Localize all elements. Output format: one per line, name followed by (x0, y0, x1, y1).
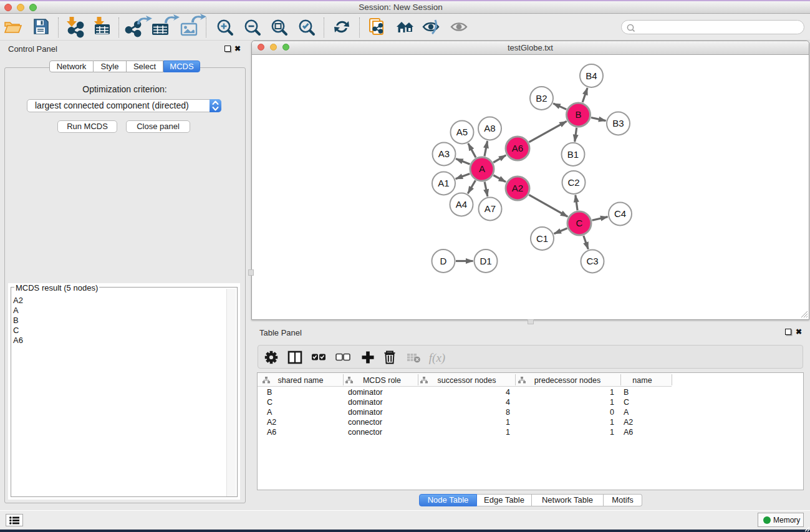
svg-text:C3: C3 (586, 256, 598, 266)
svg-text:B: B (575, 109, 581, 120)
svg-text:A8: A8 (484, 123, 495, 133)
svg-text:A3: A3 (438, 148, 450, 159)
svg-text:D: D (440, 256, 447, 266)
svg-text:B3: B3 (612, 118, 624, 128)
svg-text:C: C (576, 218, 583, 228)
svg-text:A5: A5 (456, 127, 468, 137)
svg-text:A7: A7 (485, 203, 496, 214)
svg-text:B2: B2 (536, 93, 547, 104)
svg-text:C2: C2 (567, 177, 579, 188)
svg-text:A2: A2 (512, 183, 523, 193)
svg-text:D1: D1 (480, 256, 491, 266)
svg-text:C1: C1 (536, 233, 548, 244)
svg-text:f(x): f(x) (429, 351, 445, 365)
svg-text:A4: A4 (456, 199, 467, 210)
svg-text:B4: B4 (586, 70, 597, 81)
svg-text:B1: B1 (567, 149, 579, 160)
svg-text:A: A (479, 163, 485, 174)
svg-text:C4: C4 (614, 208, 626, 219)
svg-text:A6: A6 (512, 143, 523, 153)
svg-text:A1: A1 (438, 178, 449, 188)
